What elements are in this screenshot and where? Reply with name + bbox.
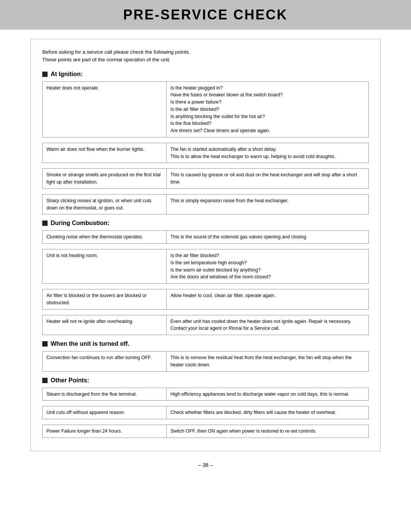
problem-cell-ignition-3: Sharp clicking noises at ignition, or wh…: [43, 194, 167, 214]
title-bar: PRE-SERVICE CHECK: [0, 0, 411, 30]
check-table-other: Steam is discharged from the flue termin…: [42, 388, 369, 438]
table-row: Heater does not operate.Is the heater pl…: [43, 81, 369, 137]
page-number: – 38 –: [198, 462, 213, 468]
intro-line-1: Before asking for a service call please …: [42, 48, 369, 56]
spacer-row: [43, 244, 369, 249]
table-row: Warm air does not flow when the burner l…: [43, 143, 369, 163]
intro-text: Before asking for a service call please …: [42, 48, 369, 64]
intro-line-2: These points are part of the normal oper…: [42, 56, 369, 64]
solution-cell-combustion-2: Allow heater to cool, clean air filter, …: [166, 289, 368, 310]
main-content: Before asking for a service call please …: [30, 39, 381, 451]
solution-cell-other-1: Check whether filters are blocked, dirty…: [166, 406, 368, 419]
section-title-ignition: At Ignition:: [51, 71, 83, 78]
problem-cell-combustion-2: Air filter is blocked or the louvers are…: [43, 289, 167, 310]
spacer-row: [43, 284, 369, 289]
section-header-turned-off: When the unit is turned off.: [42, 340, 369, 347]
solution-cell-combustion-1: Is the air filter blocked?Is the set tem…: [166, 249, 368, 284]
table-row: Sharp clicking noises at ignition, or wh…: [43, 194, 369, 214]
problem-cell-turned-off-0: Convection fan continues to run after tu…: [43, 351, 167, 372]
problem-cell-ignition-1: Warm air does not flow when the burner l…: [43, 143, 167, 163]
problem-cell-other-1: Unit cuts off without apparent reason.: [43, 406, 167, 419]
check-table-ignition: Heater does not operate.Is the heater pl…: [42, 81, 369, 215]
section-header-combustion: During Combustion:: [42, 220, 369, 227]
problem-cell-ignition-2: Smoke or strange smells are produced on …: [43, 169, 167, 189]
solution-cell-ignition-2: This is caused by grease or oil and dust…: [166, 169, 368, 189]
section-icon-turned-off: [42, 341, 48, 347]
spacer-row: [43, 189, 369, 194]
table-row: Heater will not re-ignite after overheat…: [43, 315, 369, 335]
section-icon-other: [42, 378, 48, 383]
solution-cell-ignition-0: Is the heater plugged in?Have the fuses …: [166, 81, 368, 137]
table-row: Power Failure longer than 24 hours.Switc…: [43, 425, 369, 438]
table-row: Convection fan continues to run after tu…: [43, 351, 369, 372]
section-icon-combustion: [42, 220, 48, 226]
solution-cell-other-2: Switch OFF, then ON again when power is …: [166, 425, 368, 438]
problem-cell-ignition-0: Heater does not operate.: [43, 81, 167, 137]
solution-cell-combustion-0: This is the sound of the solenoid gas va…: [166, 231, 368, 244]
section-title-combustion: During Combustion:: [51, 220, 110, 227]
table-row: Air filter is blocked or the louvers are…: [43, 289, 369, 310]
problem-cell-combustion-0: Clunking noise when the thermostat opera…: [43, 231, 167, 244]
spacer-row: [43, 309, 369, 315]
solution-cell-turned-off-0: This is to remove the residual heat from…: [166, 351, 368, 372]
section-title-turned-off: When the unit is turned off.: [51, 340, 129, 347]
problem-cell-other-0: Steam is discharged from the flue termin…: [43, 388, 167, 401]
problem-cell-combustion-3: Heater will not re-ignite after overheat…: [43, 315, 167, 335]
solution-cell-other-0: High efficiency appliances tend to disch…: [166, 388, 368, 401]
table-row: Steam is discharged from the flue termin…: [43, 388, 369, 401]
section-title-other: Other Points:: [51, 377, 89, 384]
check-table-combustion: Clunking noise when the thermostat opera…: [42, 230, 369, 335]
spacer-row: [43, 163, 369, 169]
table-row: Smoke or strange smells are produced on …: [43, 169, 369, 189]
table-row: Clunking noise when the thermostat opera…: [43, 231, 369, 244]
solution-cell-ignition-3: This is simply expansion noise from the …: [166, 194, 368, 214]
spacer-row: [43, 137, 369, 143]
table-row: Unit cuts off without apparent reason.Ch…: [43, 406, 369, 419]
section-header-ignition: At Ignition:: [42, 71, 369, 78]
problem-cell-combustion-1: Unit is not heating room.: [43, 249, 167, 284]
solution-cell-ignition-1: The fan is started automatically after a…: [166, 143, 368, 163]
spacer-row: [43, 401, 369, 406]
table-row: Unit is not heating room.Is the air filt…: [43, 249, 369, 284]
section-icon-ignition: [42, 72, 48, 77]
page-title: PRE-SERVICE CHECK: [123, 7, 288, 22]
solution-cell-combustion-3: Even after unit has cooled down the heat…: [166, 315, 368, 335]
spacer-row: [43, 419, 369, 425]
check-table-turned-off: Convection fan continues to run after tu…: [42, 351, 369, 372]
section-header-other: Other Points:: [42, 377, 369, 384]
problem-cell-other-2: Power Failure longer than 24 hours.: [43, 425, 167, 438]
